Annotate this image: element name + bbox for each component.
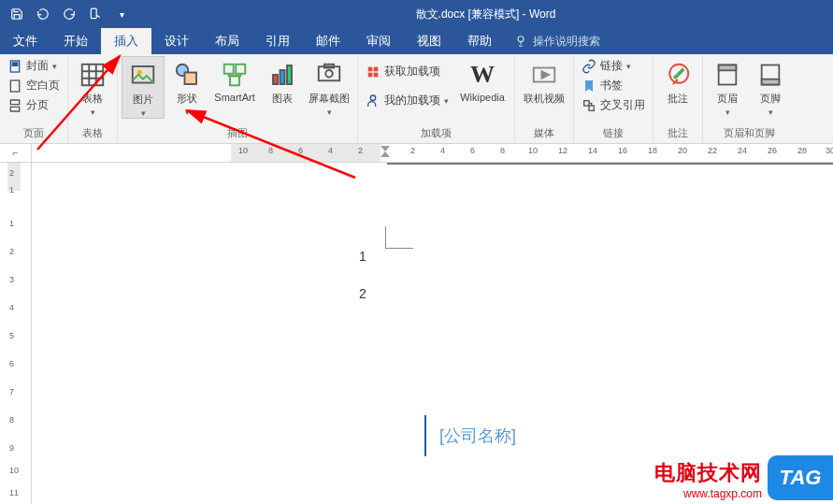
picture-button[interactable]: 图片 ▾ (122, 56, 165, 119)
tab-references[interactable]: 引用 (252, 28, 303, 54)
chevron-down-icon: ▾ (725, 108, 730, 117)
tab-layout[interactable]: 布局 (202, 28, 252, 54)
wikipedia-label: Wikipedia (460, 92, 505, 103)
group-addins: 获取加载项 我的加载项 ▾ W Wikipedia 加载项 (358, 54, 515, 143)
tab-mailings[interactable]: 邮件 (303, 28, 353, 54)
svg-rect-20 (319, 66, 340, 80)
table-button[interactable]: 表格 ▾ (72, 56, 113, 117)
tab-review[interactable]: 审阅 (353, 28, 404, 54)
watermark-url: www.tagxp.com (654, 487, 762, 500)
page-break-button[interactable]: 分页 (4, 95, 64, 115)
table-icon (78, 60, 108, 90)
svg-rect-13 (185, 73, 197, 85)
svg-rect-18 (280, 70, 285, 84)
svg-rect-31 (589, 106, 594, 110)
header-button[interactable]: 页眉 ▾ (707, 56, 748, 117)
wikipedia-button[interactable]: W Wikipedia (454, 56, 510, 103)
svg-marker-37 (381, 146, 390, 151)
ruler-tick: 20 (678, 146, 687, 155)
shapes-button[interactable]: 形状 ▾ (166, 56, 208, 117)
group-links: 链接 ▾ 书签 交叉引用 链接 (574, 54, 653, 143)
svg-point-1 (518, 36, 524, 42)
ruler-tick: 8 (500, 146, 505, 155)
horizontal-ruler[interactable]: ⌐ 10 8 6 4 2 2 4 6 8 10 12 14 16 18 20 2… (0, 144, 833, 163)
get-addins-button[interactable]: 获取加载项 (362, 62, 452, 81)
svg-rect-14 (224, 65, 234, 74)
text-cursor-marker (385, 226, 413, 249)
save-icon[interactable] (6, 3, 28, 25)
svg-rect-36 (762, 79, 780, 85)
table-label: 表格 (82, 92, 103, 106)
group-addins-label: 加载项 (362, 124, 510, 143)
blank-page-label: 空白页 (26, 78, 60, 94)
tab-view[interactable]: 视图 (404, 28, 454, 54)
tab-design[interactable]: 设计 (151, 28, 202, 54)
vertical-ruler[interactable]: 2 1 1 2 3 4 5 6 7 8 9 10 11 (0, 163, 32, 504)
ruler-tick: 30 (826, 146, 833, 155)
ruler-tick: 18 (648, 146, 657, 155)
document-area[interactable]: 1 2 [公司名称] (32, 163, 833, 504)
group-pages: 封面▾ 空白页 分页 页面 (0, 54, 68, 143)
ruler-tick: 26 (768, 146, 777, 155)
footer-text: [公司名称] (439, 426, 516, 445)
blank-page-button[interactable]: 空白页 (4, 76, 64, 95)
vruler-tick: 11 (9, 488, 19, 497)
tag-badge-text: TAG (780, 466, 822, 490)
tab-insert[interactable]: 插入 (101, 28, 151, 54)
footer-placeholder[interactable]: [公司名称] (424, 415, 798, 456)
undo-icon[interactable] (32, 3, 54, 25)
tag-badge: TAG (768, 455, 833, 500)
my-addins-label: 我的加载项 (384, 93, 440, 108)
bookmark-button[interactable]: 书签 (578, 76, 649, 95)
ruler-corner: ⌐ (0, 144, 32, 162)
quick-access-toolbar: ▾ (0, 3, 138, 25)
svg-rect-17 (273, 75, 278, 84)
svg-marker-29 (542, 71, 550, 79)
ruler-tick: 4 (328, 146, 333, 155)
svg-rect-25 (368, 72, 373, 77)
smartart-button[interactable]: SmartArt (209, 56, 260, 103)
tab-home[interactable]: 开始 (50, 28, 101, 54)
cover-page-button[interactable]: 封面▾ (4, 56, 64, 76)
video-icon (529, 60, 559, 90)
cross-reference-button[interactable]: 交叉引用 (578, 95, 649, 115)
ruler-tick: 2 (358, 146, 363, 155)
online-video-button[interactable]: 联机视频 (519, 56, 569, 106)
vruler-tick: 9 (9, 443, 14, 453)
smartart-label: SmartArt (214, 92, 254, 103)
group-comments-label: 批注 (657, 124, 698, 143)
chevron-down-icon: ▾ (185, 108, 190, 117)
group-media-label: 媒体 (519, 124, 569, 143)
group-illustrations: 图片 ▾ 形状 ▾ SmartArt 图表 (118, 54, 358, 143)
screenshot-button[interactable]: 屏幕截图 ▾ (305, 56, 353, 117)
footer-button[interactable]: 页脚 ▾ (750, 56, 791, 117)
online-video-label: 联机视频 (524, 92, 565, 106)
redo-icon[interactable] (58, 3, 80, 25)
chart-button[interactable]: 图表 (262, 56, 303, 106)
get-addins-label: 获取加载项 (384, 64, 440, 79)
screenshot-icon (314, 60, 344, 90)
svg-rect-34 (719, 65, 737, 71)
group-tables-label: 表格 (72, 124, 113, 143)
vruler-tick: 10 (9, 466, 19, 475)
tab-help[interactable]: 帮助 (454, 28, 505, 54)
my-addins-button[interactable]: 我的加载项 ▾ (362, 91, 452, 110)
qat-customize-icon[interactable]: ▾ (110, 3, 133, 25)
menu-bar: 文件 开始 插入 设计 布局 引用 邮件 审阅 视图 帮助 操作说明搜索 (0, 28, 833, 54)
indent-marker-icon[interactable] (379, 142, 392, 161)
group-media: 联机视频 媒体 (515, 54, 574, 143)
touch-mode-icon[interactable] (84, 3, 107, 25)
shapes-icon (172, 60, 202, 90)
tab-file[interactable]: 文件 (0, 28, 50, 54)
comment-button[interactable]: 批注 (657, 56, 698, 106)
link-button[interactable]: 链接 ▾ (578, 56, 649, 76)
footer-label: 页脚 (760, 92, 781, 106)
watermark-title: 电脑技术网 (654, 459, 762, 487)
tell-me-search[interactable]: 操作说明搜索 (505, 28, 610, 54)
vruler-tick: 1 (9, 219, 14, 228)
ruler-tick: 2 (410, 146, 415, 155)
svg-rect-26 (374, 72, 379, 77)
ruler-tick: 4 (440, 146, 445, 155)
chevron-down-icon: ▾ (327, 108, 332, 117)
doc-text-line: 1 (359, 249, 366, 264)
